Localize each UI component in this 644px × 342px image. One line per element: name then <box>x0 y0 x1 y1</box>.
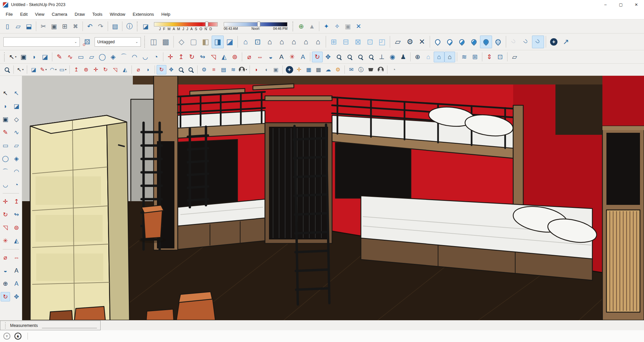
right-view-button[interactable]: ⌂ <box>276 36 288 48</box>
bottom-view-button[interactable]: ⌂ <box>312 36 324 48</box>
make-component-button[interactable]: ▣ <box>18 52 29 62</box>
section-fill-button[interactable]: ⌂ <box>444 52 455 62</box>
three-d-text-button[interactable]: A <box>298 52 308 62</box>
geolocation-button[interactable]: ▼ <box>3 333 10 340</box>
circle-button[interactable]: ◯ <box>97 52 108 62</box>
arc-2-button[interactable]: ◠▾ <box>48 65 58 74</box>
save-button[interactable]: ⬓ <box>23 21 34 32</box>
paint-l-button[interactable]: ◗ <box>1 102 10 111</box>
two-point-arc-button[interactable]: ◠ <box>129 52 140 62</box>
solid-split-button[interactable]: ◰ <box>376 36 388 48</box>
shaded-mode-button[interactable]: ◧ <box>200 36 212 48</box>
follow-me-l-button[interactable]: ↬ <box>12 210 21 219</box>
eraser-button[interactable]: ◪ <box>40 52 50 62</box>
menu-item-tools[interactable]: Tools <box>89 10 106 18</box>
move-button[interactable]: ✛ <box>165 52 176 62</box>
look-around-button[interactable]: ◉ <box>387 52 398 62</box>
pan-button[interactable]: ✥ <box>323 52 333 62</box>
rectangle-l-button[interactable]: ▭ <box>1 141 10 150</box>
slider-handle[interactable] <box>205 21 208 27</box>
rectangle-2-button[interactable]: ▭▾ <box>58 65 68 74</box>
slider-handle[interactable] <box>257 21 260 27</box>
arc-button[interactable]: ⌒ <box>118 52 129 62</box>
menu-item-window[interactable]: Window <box>106 10 129 18</box>
get-models-button[interactable]: ✦ <box>321 21 332 32</box>
viewport-canvas[interactable] <box>22 76 644 320</box>
flip-l-button[interactable]: ◭ <box>12 236 21 245</box>
paint-can-outline-button[interactable]: ◖ <box>261 65 271 74</box>
new-file-button[interactable]: ▯ <box>2 21 13 32</box>
push-pull-l-button[interactable]: ↥ <box>12 197 21 206</box>
tape-measure-2-button[interactable]: ⌀ <box>133 65 143 74</box>
cloud-sync-button[interactable]: ☁ <box>323 65 333 74</box>
axes-button[interactable]: ✳ <box>287 52 298 62</box>
smoove-button[interactable]: ⇕ <box>484 52 495 62</box>
solid-subtract-button[interactable]: ⊟ <box>340 36 352 48</box>
soften-edges-button[interactable]: ≋ <box>228 65 238 74</box>
pie-button[interactable]: ◔ <box>151 52 161 62</box>
pan-l-button[interactable]: ✥ <box>12 292 21 301</box>
position-camera-button[interactable]: ⊥ <box>376 52 387 62</box>
section-plane-button[interactable]: ⌂ <box>423 52 434 62</box>
sandbox-from-contours-button[interactable]: ≋ <box>459 52 470 62</box>
style-water-100-button[interactable] <box>480 36 492 48</box>
add-extension-button[interactable]: + <box>284 65 294 74</box>
position-pin-button[interactable]: ✛ <box>294 65 304 74</box>
line-button[interactable]: ✎ <box>54 52 65 62</box>
offset-l-button[interactable]: ⊚ <box>12 223 21 232</box>
flip-2-button[interactable]: ◭ <box>120 65 130 74</box>
print-button[interactable]: ▤ <box>110 21 120 32</box>
north-l-button[interactable]: ⊕ <box>1 279 10 288</box>
select-2-button[interactable]: ↖▾ <box>15 65 25 74</box>
zoom-previous-button[interactable] <box>366 52 376 62</box>
maximize-button[interactable]: ▢ <box>613 0 629 9</box>
left-view-button[interactable]: ⌂ <box>300 36 312 48</box>
menu-item-edit[interactable]: Edit <box>16 10 31 18</box>
pie-l-button[interactable]: ◔ <box>12 180 21 189</box>
select-button[interactable]: ↖▾ <box>7 52 18 62</box>
magnet-disabled-button[interactable]: ∩ <box>508 36 520 48</box>
dimensions-l-button[interactable]: ⇔ <box>12 253 21 262</box>
checkerboard-button[interactable]: ▩ <box>314 65 323 74</box>
shadow-dialog-button[interactable]: ◪ <box>140 21 151 32</box>
style-water-0-button[interactable] <box>432 36 444 48</box>
magnet-cloud-button[interactable]: ∩ <box>520 36 532 48</box>
redo-button[interactable]: ↷ <box>95 21 106 32</box>
add-new-button[interactable]: + <box>548 36 560 48</box>
profile-button[interactable]: ▾ <box>238 65 248 74</box>
arc-l-button[interactable]: ⌒ <box>1 167 10 176</box>
rectangle-button[interactable]: ▭ <box>75 52 86 62</box>
polygon-l-button[interactable]: ◈ <box>12 154 21 163</box>
pan-2-button[interactable]: ✥ <box>166 65 176 74</box>
pie-fan-button[interactable]: ◔ <box>389 65 399 74</box>
measurements-grip[interactable] <box>5 322 6 329</box>
help-info-button[interactable]: ⓘ <box>356 65 366 74</box>
style-water-75-button[interactable] <box>468 36 480 48</box>
copy-button[interactable]: ▣ <box>49 21 59 32</box>
dice-2023-button[interactable]: ⚄ <box>81 36 93 48</box>
dimensions-button[interactable]: ⇔ <box>255 52 265 62</box>
three-d-text-l-button[interactable]: A <box>12 279 21 288</box>
wireframe-mode-button[interactable]: ◇ <box>175 36 187 48</box>
eraser-l-button[interactable]: ◪ <box>12 102 21 111</box>
stamp-button[interactable]: ⊡ <box>495 52 505 62</box>
offset-button[interactable]: ⊚ <box>229 52 240 62</box>
open-folder-button[interactable]: ▱ <box>392 36 404 48</box>
orbit-button[interactable]: ↻ <box>312 52 323 62</box>
top-view-button[interactable]: ⊡ <box>252 36 264 48</box>
iso-view-button[interactable]: ⌂ <box>239 36 252 48</box>
extension-warehouse-button[interactable]: ✕ <box>353 21 364 32</box>
zoom-2-button[interactable] <box>176 65 186 74</box>
node-link-button[interactable]: ↗ <box>560 36 572 48</box>
toggle-terrain-button[interactable]: ▲ <box>307 21 317 32</box>
tag-l-button[interactable]: ◇ <box>12 115 21 124</box>
freehand-button[interactable]: ∿ <box>65 52 75 62</box>
monochrome-mode-button[interactable]: ◪ <box>224 36 236 48</box>
scale-l-button[interactable]: ◹ <box>1 223 10 232</box>
shadow-date-slider[interactable]: J F M A M J J A S O N D <box>154 22 218 31</box>
preferences-gear-button[interactable]: ⚙ <box>404 36 416 48</box>
paint-bucket-button[interactable]: ◗ <box>29 52 40 62</box>
undo-button[interactable]: ↶ <box>85 21 95 32</box>
text-l-button[interactable]: A <box>12 266 21 275</box>
tape-measure-l-button[interactable]: ⌀ <box>1 253 10 262</box>
